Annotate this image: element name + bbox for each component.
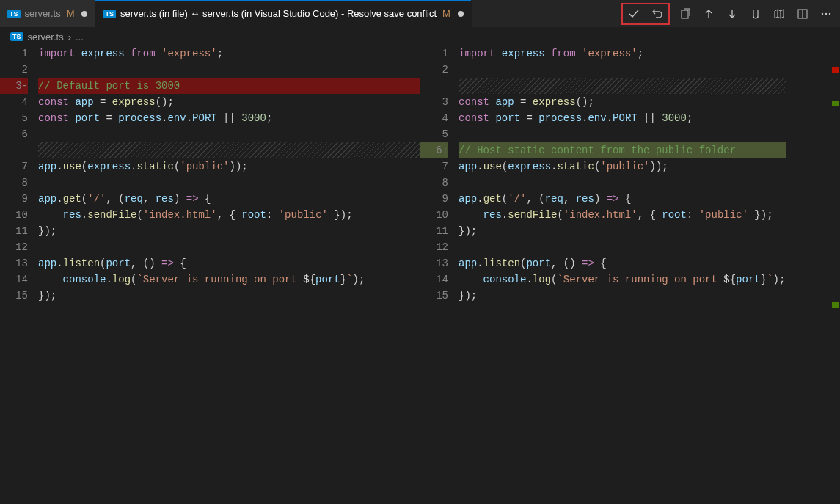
line-number: 7 [420,158,448,175]
ruler-mark-removed [832,67,839,73]
code-line[interactable]: console.log(`Server is running on port $… [459,271,840,288]
breadcrumb[interactable]: TS server.ts › ... [0,28,840,45]
code-line[interactable]: app.use(express.static('public')); [38,158,420,175]
ruler-mark-added [832,302,839,308]
tabs-bar: TS server.ts M TS server.ts (in file) ↔ … [0,0,840,28]
code-line[interactable]: app.listen(port, () => { [38,255,420,271]
line-number: 9 [420,191,448,207]
code-line[interactable]: }); [38,223,420,239]
tab-server-ts[interactable]: TS server.ts M [0,0,95,27]
diff-pane-right[interactable]: 123456+789101112131415 import express fr… [420,45,840,504]
whitespace-icon[interactable] [748,6,764,22]
line-number: 9 [0,191,28,207]
code-line[interactable]: const port = process.env.PORT || 3000; [38,110,420,126]
accept-revert-group [621,3,670,25]
code-line[interactable] [459,62,840,78]
tab-label: server.ts [25,8,61,19]
code-line[interactable]: console.log(`Server is running on port $… [38,271,420,288]
code-line[interactable] [459,78,840,94]
line-number: 12 [420,239,448,255]
code-line[interactable]: app.use(express.static('public')); [459,158,840,175]
ts-icon: TS [10,32,23,41]
tab-diff-server-ts[interactable]: TS server.ts (in file) ↔ server.ts (in V… [95,0,471,27]
line-number: 2 [420,62,448,78]
code-line[interactable]: const port = process.env.PORT || 3000; [459,110,840,126]
svg-point-3 [822,12,823,14]
breadcrumb-sep: › [68,32,71,43]
code-line[interactable]: // Default port is 3000 [38,78,420,94]
line-number: 11 [0,223,28,239]
tab-actions [616,0,840,27]
line-number: 4 [420,110,448,126]
line-number: 4 [0,94,28,110]
code-line[interactable] [459,126,840,142]
code-line[interactable]: res.sendFile('index.html', { root: 'publ… [38,207,420,223]
revert-icon[interactable] [649,6,665,22]
line-number [0,142,28,158]
code-line[interactable]: import express from 'express'; [459,45,840,62]
line-number: 13 [0,255,28,271]
accept-icon[interactable] [626,6,642,22]
line-number: 5 [0,110,28,126]
tabs-spacer [472,0,616,27]
editor-area: 123-456789101112131415 import express fr… [0,45,840,504]
code-line[interactable]: app.listen(port, () => { [459,255,840,271]
line-number: 3 [420,94,448,110]
code-line[interactable]: // Host static content from the public f… [459,142,840,158]
svg-point-5 [829,12,830,14]
line-number: 13 [420,255,448,271]
code-line[interactable]: }); [38,288,420,304]
line-number: 15 [0,288,28,304]
code-line[interactable]: const app = express(); [38,94,420,110]
code-line[interactable]: app.get('/', (req, res) => { [459,191,840,207]
code-line[interactable] [38,239,420,255]
line-number: 6+ [420,142,448,158]
breadcrumb-tail: ... [76,32,84,43]
code-line[interactable] [38,175,420,191]
line-number: 14 [420,271,448,288]
line-number [420,78,448,94]
code-line[interactable] [38,126,420,142]
code-line[interactable] [459,239,840,255]
modified-badge: M [67,8,75,19]
line-number: 2 [0,62,28,78]
modified-badge: M [442,8,450,19]
split-editor-icon[interactable] [795,6,811,22]
arrow-down-icon[interactable] [724,6,740,22]
gutter-left: 123-456789101112131415 [0,45,38,504]
line-number: 10 [420,207,448,223]
dirty-indicator [458,11,464,17]
code-line[interactable]: }); [459,288,840,304]
tab-label: server.ts (in file) ↔ server.ts (in Visu… [120,8,437,19]
gutter-right: 123456+789101112131415 [420,45,459,504]
code-line[interactable]: res.sendFile('index.html', { root: 'publ… [459,207,840,223]
code-line[interactable] [38,142,420,158]
scrollbar-vertical[interactable] [830,45,840,504]
code-line[interactable] [459,175,840,191]
more-icon[interactable] [818,6,834,22]
line-number: 12 [0,239,28,255]
breadcrumb-file: server.ts [28,32,64,43]
code-line[interactable]: const app = express(); [459,94,840,110]
dirty-indicator [81,11,87,17]
code-right[interactable]: import express from 'express';const app … [459,45,840,504]
line-number: 8 [420,175,448,191]
code-left[interactable]: import express from 'express';// Default… [38,45,420,504]
ruler-mark-added [832,101,839,106]
code-line[interactable]: import express from 'express'; [38,45,420,62]
line-number: 1 [420,45,448,62]
code-line[interactable]: app.get('/', (req, res) => { [38,191,420,207]
line-number: 6 [0,126,28,142]
apply-icon[interactable] [677,6,693,22]
map-icon[interactable] [771,6,787,22]
arrow-up-icon[interactable] [701,6,717,22]
diff-pane-left[interactable]: 123-456789101112131415 import express fr… [0,45,420,504]
code-line[interactable]: }); [459,223,840,239]
minimap[interactable] [786,45,830,504]
svg-point-4 [825,12,827,14]
line-number: 15 [420,288,448,304]
code-line[interactable] [38,62,420,78]
line-number: 7 [0,158,28,175]
line-number: 3- [0,78,28,94]
line-number: 1 [0,45,28,62]
